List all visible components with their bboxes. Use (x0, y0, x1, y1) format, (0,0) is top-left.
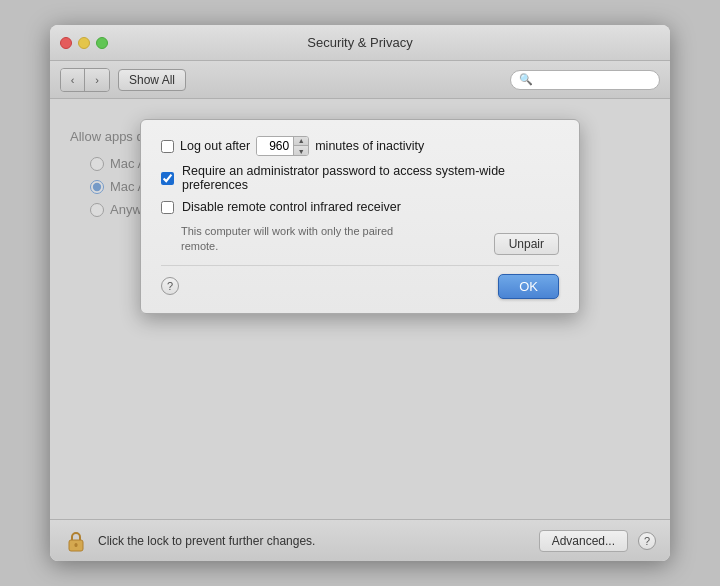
disable-ir-row: Disable remote control infrared receiver (161, 200, 559, 214)
ir-description-row: This computer will work with only the pa… (161, 222, 559, 255)
logout-label: Log out after (180, 139, 250, 153)
lock-icon (66, 530, 86, 552)
disable-ir-label: Disable remote control infrared receiver (182, 200, 401, 214)
advanced-button[interactable]: Advanced... (539, 530, 628, 552)
disable-ir-checkbox[interactable] (161, 201, 174, 214)
lock-status-text: Click the lock to prevent further change… (98, 534, 529, 548)
svg-rect-1 (75, 543, 78, 547)
forward-button[interactable]: › (85, 69, 109, 91)
modal-bottom-row: ? OK (161, 265, 559, 299)
window-title: Security & Privacy (307, 35, 412, 50)
maximize-button[interactable] (96, 37, 108, 49)
help-icon: ? (644, 535, 650, 547)
bottom-bar: Click the lock to prevent further change… (50, 519, 670, 561)
minutes-input-wrap: ▲ ▼ (256, 136, 309, 156)
content-area: Allow apps downloaded from: Mac App Stor… (50, 99, 670, 519)
main-window: Security & Privacy ‹ › Show All 🔍 Allow … (50, 25, 670, 561)
close-button[interactable] (60, 37, 72, 49)
stepper-buttons: ▲ ▼ (293, 136, 308, 156)
toolbar: ‹ › Show All 🔍 (50, 61, 670, 99)
search-icon: 🔍 (519, 73, 533, 86)
minutes-input[interactable] (257, 137, 293, 155)
modal-dialog: Log out after ▲ ▼ minutes of inactivity … (140, 119, 580, 314)
search-bar[interactable]: 🔍 (510, 70, 660, 90)
logout-checkbox[interactable] (161, 140, 174, 153)
require-password-checkbox[interactable] (161, 172, 174, 185)
ir-desc-line1: This computer will work with only the pa… (181, 225, 393, 237)
title-bar: Security & Privacy (50, 25, 670, 61)
modal-help-button[interactable]: ? (161, 277, 179, 295)
traffic-lights (60, 37, 108, 49)
show-all-button[interactable]: Show All (118, 69, 186, 91)
nav-buttons: ‹ › (60, 68, 110, 92)
back-button[interactable]: ‹ (61, 69, 85, 91)
require-password-label: Require an administrator password to acc… (182, 164, 559, 192)
ok-button[interactable]: OK (498, 274, 559, 299)
ir-desc-line2: remote. (181, 240, 218, 252)
stepper-down-button[interactable]: ▼ (294, 146, 308, 156)
lock-icon-wrap[interactable] (64, 529, 88, 553)
minutes-suffix: minutes of inactivity (315, 139, 424, 153)
minimize-button[interactable] (78, 37, 90, 49)
help-button[interactable]: ? (638, 532, 656, 550)
unpair-button[interactable]: Unpair (494, 233, 559, 255)
logout-row: Log out after ▲ ▼ minutes of inactivity (161, 136, 559, 156)
ir-description: This computer will work with only the pa… (181, 224, 393, 255)
require-password-row: Require an administrator password to acc… (161, 164, 559, 192)
modal-overlay: Log out after ▲ ▼ minutes of inactivity … (50, 99, 670, 519)
stepper-up-button[interactable]: ▲ (294, 136, 308, 146)
